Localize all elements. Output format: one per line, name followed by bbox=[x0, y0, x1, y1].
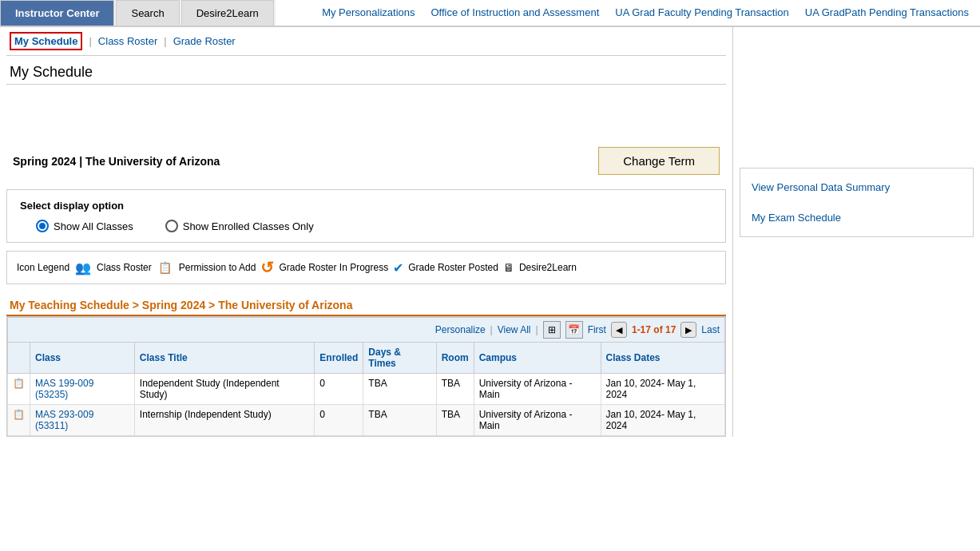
link-gradpath[interactable]: UA GradPath Pending Transactions bbox=[803, 3, 970, 22]
change-term-button[interactable]: Change Term bbox=[598, 147, 720, 175]
display-option-box: Select display option Show All Classes S… bbox=[6, 189, 726, 243]
row-icon-1: 📋 bbox=[8, 405, 30, 436]
grade-in-progress-legend-label: Grade Roster In Progress bbox=[279, 262, 388, 273]
class-roster-legend-label: Class Roster bbox=[97, 262, 152, 273]
row-enrolled-0: 0 bbox=[315, 374, 363, 405]
my-exam-schedule-link[interactable]: My Exam Schedule bbox=[750, 208, 963, 227]
col-header-campus[interactable]: Campus bbox=[474, 343, 601, 374]
class-link-0[interactable]: MAS 199-009 (53235) bbox=[35, 378, 93, 400]
radio-all-label: Show All Classes bbox=[54, 220, 133, 232]
row-class-0: MAS 199-009 (53235) bbox=[30, 374, 135, 405]
icon-legend: Icon Legend 👥 Class Roster 📋 Permission … bbox=[6, 251, 726, 284]
permission-legend-label: Permission to Add bbox=[179, 262, 256, 273]
col-header-class-dates[interactable]: Class Dates bbox=[601, 343, 725, 374]
row-room-1: TBA bbox=[436, 405, 474, 436]
d2l-legend-label: Desire2Learn bbox=[519, 262, 577, 273]
radio-all-circle bbox=[36, 220, 49, 232]
d2l-legend-icon: 🖥 bbox=[503, 261, 514, 274]
row-enrolled-1: 0 bbox=[315, 405, 363, 436]
subnav-sep-2: | bbox=[164, 35, 166, 47]
display-option-title: Select display option bbox=[20, 200, 712, 212]
col-header-class-title[interactable]: Class Title bbox=[134, 343, 314, 374]
row-campus-1: University of Arizona - Main bbox=[474, 405, 601, 436]
grade-posted-legend-label: Grade Roster Posted bbox=[408, 262, 498, 273]
calendar-view-icon[interactable]: 📅 bbox=[565, 321, 583, 339]
ctrl-sep-2: | bbox=[536, 324, 538, 335]
class-link-1[interactable]: MAS 293-009 (53311) bbox=[35, 409, 93, 431]
view-all-link[interactable]: View All bbox=[498, 324, 531, 335]
link-my-personalizations[interactable]: My Personalizations bbox=[320, 3, 416, 22]
row-room-0: TBA bbox=[436, 374, 474, 405]
grid-view-icon[interactable]: ⊞ bbox=[543, 321, 561, 339]
row-days-1: TBA bbox=[363, 405, 436, 436]
row-days-0: TBA bbox=[363, 374, 436, 405]
grade-in-progress-legend-icon: ↺ bbox=[260, 258, 274, 277]
row-class-title-1: Internship (Independent Study) bbox=[134, 405, 314, 436]
radio-show-all[interactable]: Show All Classes bbox=[36, 220, 133, 232]
page-title: My Schedule bbox=[6, 56, 726, 85]
tab-search[interactable]: Search bbox=[116, 0, 179, 26]
table-row: 📋 MAS 199-009 (53235) Independent Study … bbox=[8, 374, 725, 405]
schedule-table: Class Class Title Enrolled Days & Times … bbox=[7, 342, 725, 436]
tab-desire2learn[interactable]: Desire2Learn bbox=[181, 0, 274, 26]
col-header-icon bbox=[8, 343, 30, 374]
radio-show-enrolled[interactable]: Show Enrolled Classes Only bbox=[165, 220, 314, 232]
col-header-class[interactable]: Class bbox=[30, 343, 135, 374]
prev-page-button[interactable]: ◀ bbox=[611, 322, 627, 338]
link-grad-faculty[interactable]: UA Grad Faculty Pending Transaction bbox=[613, 3, 791, 22]
row-campus-0: University of Arizona - Main bbox=[474, 374, 601, 405]
page-info: 1-17 of 17 bbox=[632, 324, 676, 335]
subnav-class-roster[interactable]: Class Roster bbox=[98, 35, 157, 47]
class-roster-legend-icon: 👥 bbox=[74, 259, 92, 276]
row-class-1: MAS 293-009 (53311) bbox=[30, 405, 135, 436]
next-page-button[interactable]: ▶ bbox=[680, 322, 696, 338]
first-label[interactable]: First bbox=[588, 324, 606, 335]
row-class-title-0: Independent Study (Independent Study) bbox=[134, 374, 314, 405]
icon-legend-title: Icon Legend bbox=[17, 262, 69, 273]
subnav-sep-1: | bbox=[89, 35, 91, 47]
last-label[interactable]: Last bbox=[701, 324, 720, 335]
tab-instructor-center[interactable]: Instructor Center bbox=[0, 0, 114, 26]
teaching-schedule-breadcrumb: My Teaching Schedule > Spring 2024 > The… bbox=[6, 292, 726, 316]
grade-posted-legend-icon: ✔ bbox=[393, 260, 403, 276]
view-personal-data-link[interactable]: View Personal Data Summary bbox=[750, 178, 963, 196]
ctrl-sep-1: | bbox=[490, 324, 493, 335]
radio-enrolled-circle bbox=[165, 220, 178, 232]
subnav-grade-roster[interactable]: Grade Roster bbox=[173, 35, 236, 47]
subnav-my-schedule[interactable]: My Schedule bbox=[10, 32, 82, 50]
table-controls: Personalize | View All | ⊞ 📅 First ◀ 1-1… bbox=[7, 317, 725, 342]
radio-enrolled-label: Show Enrolled Classes Only bbox=[183, 220, 314, 232]
personalize-link[interactable]: Personalize bbox=[435, 324, 486, 335]
row-icon-0: 📋 bbox=[8, 374, 30, 405]
col-header-days-times[interactable]: Days & Times bbox=[363, 343, 436, 374]
col-header-enrolled[interactable]: Enrolled bbox=[315, 343, 363, 374]
term-info: Spring 2024 | The University of Arizona bbox=[13, 155, 220, 168]
row-dates-1: Jan 10, 2024- May 1, 2024 bbox=[601, 405, 725, 436]
sidebar-box: View Personal Data Summary My Exam Sched… bbox=[740, 168, 974, 237]
table-row: 📋 MAS 293-009 (53311) Internship (Indepe… bbox=[8, 405, 725, 436]
permission-legend-icon: 📋 bbox=[157, 259, 174, 276]
row-dates-0: Jan 10, 2024- May 1, 2024 bbox=[601, 374, 725, 405]
col-header-room[interactable]: Room bbox=[436, 343, 474, 374]
link-office-instruction[interactable]: Office of Instruction and Assessment bbox=[429, 3, 601, 22]
